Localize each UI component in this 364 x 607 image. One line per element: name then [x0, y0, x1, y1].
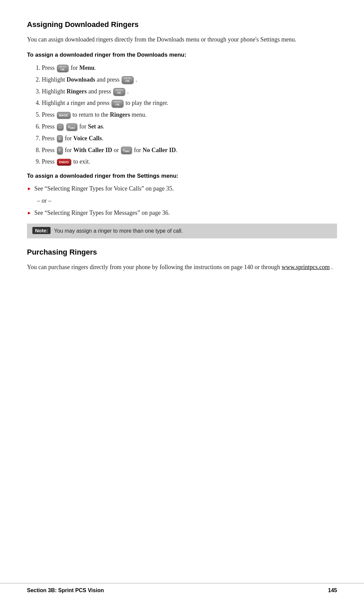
- 2abc-button-6: 2ABC: [66, 123, 77, 131]
- step6-for: for: [79, 123, 88, 130]
- or-separator: – or –: [37, 197, 337, 204]
- purchasing-intro: You can purchase ringers directly from y…: [27, 263, 337, 272]
- menu-ok-button-1: MENU OK: [57, 65, 69, 73]
- note-label: Note:: [32, 227, 51, 234]
- step2-and-press: and press: [97, 76, 121, 83]
- step4-text2: to play the ringer.: [126, 99, 169, 106]
- downloads-header: To assign a downloaded ringer from the D…: [27, 52, 337, 58]
- section-title: Assigning Downloaded Ringers: [27, 20, 337, 29]
- note-text: You may assign a ringer to more than one…: [54, 227, 183, 235]
- step-6: Press ... 2ABC for Set as.: [42, 122, 337, 132]
- step7-press: Press: [42, 135, 56, 142]
- red-arrow-2: ►: [27, 209, 32, 216]
- back-button: BACK: [57, 112, 70, 119]
- step-2: Highlight Downloads and press MENU OK .: [42, 75, 337, 85]
- footer-right: 145: [328, 587, 337, 594]
- 1-button-7: 1: [57, 135, 63, 142]
- step-9: Press END/O to exit.: [42, 157, 337, 167]
- note-box: Note: You may assign a ringer to more th…: [27, 224, 337, 238]
- settings-item-1: ► See “Selecting Ringer Types for Voice …: [27, 184, 337, 193]
- settings-item-1-text: See “Selecting Ringer Types for Voice Ca…: [34, 184, 174, 193]
- menu-ok-button-4: MENU OK: [112, 100, 123, 108]
- page-content: Assigning Downloaded Ringers You can ass…: [0, 0, 364, 306]
- step-1: Press MENU OK for Menu.: [42, 63, 337, 73]
- step8-or: or: [114, 147, 120, 153]
- step7-period: .: [102, 135, 103, 142]
- step5-menu: menu.: [132, 111, 147, 118]
- settings-item-2: ► See “Selecting Ringer Types for Messag…: [27, 208, 337, 218]
- purchasing-period: .: [331, 264, 333, 270]
- end-button: END/O: [57, 159, 71, 166]
- settings-item-2-text: See “Selecting Ringer Types for Messages…: [34, 208, 170, 218]
- step3-period: .: [127, 88, 129, 95]
- or-text: – or –: [37, 197, 51, 204]
- step8-for1: for: [65, 147, 73, 153]
- step1-period: .: [94, 64, 96, 71]
- step1-text-for: for: [71, 64, 80, 71]
- purchasing-title: Purchasing Ringers: [27, 248, 337, 257]
- step6-bold: Set as: [88, 123, 103, 130]
- step-3: Highlight Ringers and press MENU OK .: [42, 87, 337, 96]
- purchasing-text1: You can purchase ringers directly from y…: [27, 264, 280, 270]
- step9-text: to exit.: [73, 158, 90, 165]
- step2-bold: Downloads: [67, 76, 95, 83]
- step3-and-press: and press: [88, 88, 113, 95]
- options-button: ...: [57, 124, 64, 131]
- step1-text-before: Press: [42, 64, 56, 71]
- 2abc-button-8: 2ABC: [121, 147, 132, 154]
- menu-ok-button-3: MENU OK: [113, 88, 125, 96]
- step1-bold: Menu: [79, 64, 94, 71]
- step6-press: Press: [42, 123, 56, 130]
- step4-text1: Highlight a ringer and press: [42, 99, 111, 106]
- menu-ok-button-2: MENU OK: [122, 76, 133, 84]
- step7-for: for: [65, 135, 73, 142]
- step3-bold: Ringers: [67, 88, 87, 95]
- intro-paragraph: You can assign downloaded ringers direct…: [27, 35, 337, 44]
- step8-press: Press: [42, 147, 56, 153]
- step5-press: Press: [42, 111, 56, 118]
- step8-for2: for: [134, 147, 143, 153]
- step9-press: Press: [42, 158, 56, 165]
- footer-left: Section 3B: Sprint PCS Vision: [27, 587, 104, 594]
- steps-list: Press MENU OK for Menu. Highlight Downlo…: [42, 63, 337, 167]
- step7-bold: Voice Calls: [73, 135, 102, 142]
- step3-highlight: Highlight: [42, 88, 67, 95]
- step6-period: .: [103, 123, 104, 130]
- step8-bold1: With Caller ID: [73, 147, 112, 153]
- settings-header: To assign a downloaded ringer from the S…: [27, 173, 337, 179]
- step2-period: .: [135, 76, 137, 83]
- page-footer: Section 3B: Sprint PCS Vision 145: [0, 583, 364, 594]
- step8-period: .: [176, 147, 178, 153]
- step5-bold: Ringers: [110, 111, 130, 118]
- red-arrow-1: ►: [27, 185, 32, 192]
- step-5: Press BACK to return to the Ringers menu…: [42, 110, 337, 120]
- step5-text: to return to the: [72, 111, 110, 118]
- step-7: Press 1 for Voice Calls.: [42, 134, 337, 143]
- step2-highlight: Highlight: [42, 76, 67, 83]
- settings-bullets: ► See “Selecting Ringer Types for Voice …: [27, 184, 337, 218]
- sprint-link[interactable]: www.sprintpcs.com: [282, 264, 330, 270]
- step-4: Highlight a ringer and press MENU OK to …: [42, 98, 337, 108]
- step-8: Press 1 for With Caller ID or 2ABC for N…: [42, 145, 337, 155]
- step8-bold2: No Caller ID: [143, 147, 176, 153]
- 1-button-8: 1: [57, 147, 63, 154]
